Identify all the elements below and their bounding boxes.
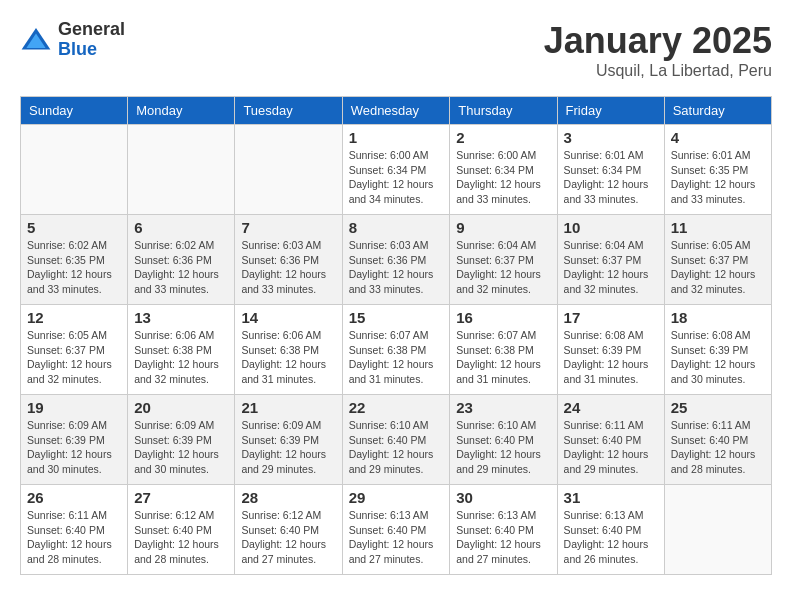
day-info: Sunrise: 6:05 AM Sunset: 6:37 PM Dayligh…: [27, 328, 121, 387]
logo-blue-label: Blue: [58, 40, 125, 60]
day-number: 14: [241, 309, 335, 326]
calendar-day-cell: 30Sunrise: 6:13 AM Sunset: 6:40 PM Dayli…: [450, 485, 557, 575]
calendar-day-cell: 2Sunrise: 6:00 AM Sunset: 6:34 PM Daylig…: [450, 125, 557, 215]
page-header: General Blue January 2025 Usquil, La Lib…: [20, 20, 772, 80]
calendar-day-cell: 10Sunrise: 6:04 AM Sunset: 6:37 PM Dayli…: [557, 215, 664, 305]
calendar-day-cell: 3Sunrise: 6:01 AM Sunset: 6:34 PM Daylig…: [557, 125, 664, 215]
day-info: Sunrise: 6:11 AM Sunset: 6:40 PM Dayligh…: [671, 418, 765, 477]
calendar-day-cell: 16Sunrise: 6:07 AM Sunset: 6:38 PM Dayli…: [450, 305, 557, 395]
day-info: Sunrise: 6:13 AM Sunset: 6:40 PM Dayligh…: [349, 508, 444, 567]
day-info: Sunrise: 6:09 AM Sunset: 6:39 PM Dayligh…: [134, 418, 228, 477]
day-number: 7: [241, 219, 335, 236]
calendar-day-cell: 11Sunrise: 6:05 AM Sunset: 6:37 PM Dayli…: [664, 215, 771, 305]
day-info: Sunrise: 6:06 AM Sunset: 6:38 PM Dayligh…: [134, 328, 228, 387]
calendar-day-cell: 29Sunrise: 6:13 AM Sunset: 6:40 PM Dayli…: [342, 485, 450, 575]
calendar-week-row: 12Sunrise: 6:05 AM Sunset: 6:37 PM Dayli…: [21, 305, 772, 395]
day-info: Sunrise: 6:09 AM Sunset: 6:39 PM Dayligh…: [27, 418, 121, 477]
day-info: Sunrise: 6:09 AM Sunset: 6:39 PM Dayligh…: [241, 418, 335, 477]
day-number: 22: [349, 399, 444, 416]
day-number: 9: [456, 219, 550, 236]
calendar-table: SundayMondayTuesdayWednesdayThursdayFrid…: [20, 96, 772, 575]
calendar-day-cell: 5Sunrise: 6:02 AM Sunset: 6:35 PM Daylig…: [21, 215, 128, 305]
weekday-header-sunday: Sunday: [21, 97, 128, 125]
calendar-day-cell: 13Sunrise: 6:06 AM Sunset: 6:38 PM Dayli…: [128, 305, 235, 395]
calendar-day-cell: 26Sunrise: 6:11 AM Sunset: 6:40 PM Dayli…: [21, 485, 128, 575]
day-info: Sunrise: 6:04 AM Sunset: 6:37 PM Dayligh…: [456, 238, 550, 297]
day-info: Sunrise: 6:08 AM Sunset: 6:39 PM Dayligh…: [564, 328, 658, 387]
calendar-day-cell: 28Sunrise: 6:12 AM Sunset: 6:40 PM Dayli…: [235, 485, 342, 575]
day-number: 13: [134, 309, 228, 326]
calendar-week-row: 26Sunrise: 6:11 AM Sunset: 6:40 PM Dayli…: [21, 485, 772, 575]
day-number: 23: [456, 399, 550, 416]
weekday-header-tuesday: Tuesday: [235, 97, 342, 125]
calendar-day-cell: 7Sunrise: 6:03 AM Sunset: 6:36 PM Daylig…: [235, 215, 342, 305]
weekday-header-row: SundayMondayTuesdayWednesdayThursdayFrid…: [21, 97, 772, 125]
calendar-day-cell: 1Sunrise: 6:00 AM Sunset: 6:34 PM Daylig…: [342, 125, 450, 215]
day-info: Sunrise: 6:01 AM Sunset: 6:35 PM Dayligh…: [671, 148, 765, 207]
day-info: Sunrise: 6:04 AM Sunset: 6:37 PM Dayligh…: [564, 238, 658, 297]
day-number: 4: [671, 129, 765, 146]
calendar-day-cell: 23Sunrise: 6:10 AM Sunset: 6:40 PM Dayli…: [450, 395, 557, 485]
day-number: 25: [671, 399, 765, 416]
day-info: Sunrise: 6:11 AM Sunset: 6:40 PM Dayligh…: [27, 508, 121, 567]
day-number: 31: [564, 489, 658, 506]
calendar-day-cell: 4Sunrise: 6:01 AM Sunset: 6:35 PM Daylig…: [664, 125, 771, 215]
day-info: Sunrise: 6:07 AM Sunset: 6:38 PM Dayligh…: [349, 328, 444, 387]
day-info: Sunrise: 6:01 AM Sunset: 6:34 PM Dayligh…: [564, 148, 658, 207]
calendar-day-cell: 14Sunrise: 6:06 AM Sunset: 6:38 PM Dayli…: [235, 305, 342, 395]
calendar-day-cell: [235, 125, 342, 215]
month-title: January 2025: [544, 20, 772, 62]
day-number: 3: [564, 129, 658, 146]
day-info: Sunrise: 6:02 AM Sunset: 6:35 PM Dayligh…: [27, 238, 121, 297]
calendar-week-row: 5Sunrise: 6:02 AM Sunset: 6:35 PM Daylig…: [21, 215, 772, 305]
weekday-header-thursday: Thursday: [450, 97, 557, 125]
day-info: Sunrise: 6:00 AM Sunset: 6:34 PM Dayligh…: [456, 148, 550, 207]
day-info: Sunrise: 6:10 AM Sunset: 6:40 PM Dayligh…: [456, 418, 550, 477]
calendar-day-cell: 22Sunrise: 6:10 AM Sunset: 6:40 PM Dayli…: [342, 395, 450, 485]
day-number: 15: [349, 309, 444, 326]
day-info: Sunrise: 6:03 AM Sunset: 6:36 PM Dayligh…: [349, 238, 444, 297]
title-block: January 2025 Usquil, La Libertad, Peru: [544, 20, 772, 80]
logo[interactable]: General Blue: [20, 20, 125, 60]
calendar-day-cell: 6Sunrise: 6:02 AM Sunset: 6:36 PM Daylig…: [128, 215, 235, 305]
calendar-day-cell: 9Sunrise: 6:04 AM Sunset: 6:37 PM Daylig…: [450, 215, 557, 305]
weekday-header-saturday: Saturday: [664, 97, 771, 125]
day-info: Sunrise: 6:02 AM Sunset: 6:36 PM Dayligh…: [134, 238, 228, 297]
calendar-day-cell: 25Sunrise: 6:11 AM Sunset: 6:40 PM Dayli…: [664, 395, 771, 485]
day-number: 27: [134, 489, 228, 506]
logo-text: General Blue: [58, 20, 125, 60]
day-number: 17: [564, 309, 658, 326]
day-info: Sunrise: 6:08 AM Sunset: 6:39 PM Dayligh…: [671, 328, 765, 387]
day-number: 16: [456, 309, 550, 326]
calendar-week-row: 1Sunrise: 6:00 AM Sunset: 6:34 PM Daylig…: [21, 125, 772, 215]
calendar-day-cell: 24Sunrise: 6:11 AM Sunset: 6:40 PM Dayli…: [557, 395, 664, 485]
calendar-day-cell: [21, 125, 128, 215]
day-number: 30: [456, 489, 550, 506]
day-number: 8: [349, 219, 444, 236]
day-number: 19: [27, 399, 121, 416]
day-info: Sunrise: 6:03 AM Sunset: 6:36 PM Dayligh…: [241, 238, 335, 297]
calendar-day-cell: 21Sunrise: 6:09 AM Sunset: 6:39 PM Dayli…: [235, 395, 342, 485]
weekday-header-friday: Friday: [557, 97, 664, 125]
calendar-day-cell: 18Sunrise: 6:08 AM Sunset: 6:39 PM Dayli…: [664, 305, 771, 395]
calendar-day-cell: 27Sunrise: 6:12 AM Sunset: 6:40 PM Dayli…: [128, 485, 235, 575]
calendar-day-cell: 12Sunrise: 6:05 AM Sunset: 6:37 PM Dayli…: [21, 305, 128, 395]
day-number: 1: [349, 129, 444, 146]
day-number: 12: [27, 309, 121, 326]
day-number: 5: [27, 219, 121, 236]
logo-icon: [20, 24, 52, 56]
day-number: 21: [241, 399, 335, 416]
day-number: 10: [564, 219, 658, 236]
day-info: Sunrise: 6:12 AM Sunset: 6:40 PM Dayligh…: [241, 508, 335, 567]
day-info: Sunrise: 6:07 AM Sunset: 6:38 PM Dayligh…: [456, 328, 550, 387]
day-info: Sunrise: 6:12 AM Sunset: 6:40 PM Dayligh…: [134, 508, 228, 567]
day-info: Sunrise: 6:11 AM Sunset: 6:40 PM Dayligh…: [564, 418, 658, 477]
day-number: 6: [134, 219, 228, 236]
day-info: Sunrise: 6:05 AM Sunset: 6:37 PM Dayligh…: [671, 238, 765, 297]
day-number: 28: [241, 489, 335, 506]
weekday-header-wednesday: Wednesday: [342, 97, 450, 125]
day-number: 29: [349, 489, 444, 506]
day-number: 24: [564, 399, 658, 416]
calendar-day-cell: 17Sunrise: 6:08 AM Sunset: 6:39 PM Dayli…: [557, 305, 664, 395]
calendar-day-cell: 8Sunrise: 6:03 AM Sunset: 6:36 PM Daylig…: [342, 215, 450, 305]
